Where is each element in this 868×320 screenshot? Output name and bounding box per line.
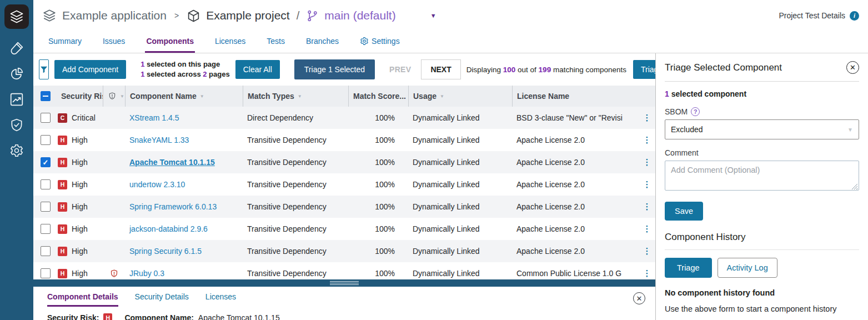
kebab-menu-icon[interactable]: ⋮ [639,113,655,123]
clear-all-button[interactable]: Clear All [235,60,280,79]
components-toolbar: Add Component 1 selected on this page 1 … [33,53,655,86]
severity-badge: H [58,224,67,234]
project-tab-bar: Summary Issues Components Licenses Tests… [33,31,868,53]
branch-dropdown-caret-icon[interactable]: ▼ [430,12,436,19]
add-component-button[interactable]: Add Component [54,60,126,79]
tab-components[interactable]: Components [145,31,195,53]
tab-branches[interactable]: Branches [305,31,340,53]
column-security-risk[interactable]: Security Risk [57,86,103,107]
app-logo[interactable] [4,4,29,29]
column-component-name[interactable]: Component Name▼ [125,86,243,107]
breadcrumb-project[interactable]: Example project [187,9,290,23]
table-row[interactable]: HHigh SnakeYAML 1.33 Transitive Dependen… [33,129,655,151]
tab-issues[interactable]: Issues [102,31,126,53]
usage: Dynamically Linked [408,269,512,278]
line-chart-icon[interactable] [9,92,24,107]
table-row[interactable]: HHigh Spring Security 6.1.5 Transitive D… [33,240,655,262]
git-branch-icon [306,9,319,22]
component-link[interactable]: SnakeYAML 1.33 [129,136,189,144]
sbom-selected-value: Excluded [671,125,703,134]
severity-badge: H [58,180,67,189]
component-link[interactable]: Spring Security 6.1.5 [129,247,202,256]
filter-button[interactable] [39,59,49,79]
row-checkbox[interactable] [41,135,51,145]
help-icon[interactable]: ? [691,107,700,116]
component-link[interactable]: jackson-databind 2.9.6 [129,224,208,233]
row-checkbox[interactable] [41,268,51,278]
table-row[interactable]: CCritical XStream 1.4.5 Direct Dependenc… [33,107,655,129]
triage-panel-title: Triage Selected Component [665,62,782,73]
table-row[interactable]: HHigh Spring Framework 6.0.13 Transitive… [33,196,655,218]
column-license-name[interactable]: License Name [512,86,639,107]
table-header: Security Risk ▼ Component Name▼ Match Ty… [33,86,655,107]
triage-selected-button[interactable]: Triage 1 Selected [294,59,375,79]
kebab-menu-icon[interactable]: ⋮ [639,135,655,145]
component-link[interactable]: JRuby 0.3 [129,269,164,278]
prev-page-button[interactable]: PREV [389,65,411,74]
table-row[interactable]: HHigh jackson-databind 2.9.6 Transitive … [33,218,655,240]
close-icon[interactable]: ✕ [846,61,859,74]
tab-licenses[interactable]: Licenses [214,31,247,53]
row-checkbox[interactable] [41,202,51,212]
shield-check-icon[interactable] [9,118,24,132]
panel-splitter[interactable] [33,279,655,287]
info-icon[interactable]: i [850,11,859,21]
triage-button[interactable]: Triage [665,258,712,278]
tab-summary[interactable]: Summary [47,31,83,53]
usage: Dynamically Linked [408,158,512,167]
tab-settings[interactable]: Settings [359,31,401,53]
license: Apache License 2.0 [512,247,639,256]
activity-log-button[interactable]: Activity Log [718,258,777,278]
sbom-label: SBOM [665,107,688,116]
match-type: Transitive Dependency [243,180,348,189]
match-score: 100% [348,113,408,122]
component-link[interactable]: undertow 2.3.10 [129,180,185,189]
test-tube-icon[interactable] [9,41,24,56]
usage: Dynamically Linked [408,180,512,189]
row-checkbox[interactable] [41,246,51,256]
divider [665,81,859,82]
save-button[interactable]: Save [665,202,703,221]
column-vulnerability[interactable]: ▼ [103,86,125,107]
vulnerability-shield-icon [109,269,119,278]
kebab-menu-icon[interactable]: ⋮ [639,157,655,167]
close-icon[interactable]: ✕ [633,292,645,304]
caret-down-icon: ▼ [200,94,204,99]
breadcrumb-application[interactable]: Example application [42,8,167,23]
tab-security-details[interactable]: Security Details [135,292,189,307]
row-checkbox[interactable] [41,224,51,234]
usage: Dynamically Linked [408,247,512,256]
kebab-menu-icon[interactable]: ⋮ [639,246,655,256]
component-link[interactable]: XStream 1.4.5 [129,113,179,122]
drag-handle-icon[interactable] [330,281,359,285]
pie-chart-icon[interactable] [9,67,24,81]
kebab-menu-icon[interactable]: ⋮ [639,202,655,212]
next-page-button[interactable]: NEXT [421,59,460,79]
kebab-menu-icon[interactable]: ⋮ [639,179,655,189]
row-checkbox[interactable] [41,179,51,189]
column-match-types[interactable]: Match Types▼ [243,86,348,107]
kebab-menu-icon[interactable]: ⋮ [639,268,655,278]
application-name: Example application [62,9,167,22]
table-row[interactable]: HHigh JRuby 0.3 Transitive Dependency 10… [33,262,655,279]
tab-detail-licenses[interactable]: Licenses [205,292,236,307]
tab-tests[interactable]: Tests [265,31,286,53]
table-row-selected[interactable]: ✓ HHigh Apache Tomcat 10.1.15 Transitive… [33,151,655,173]
branch-selector[interactable]: main (default) [306,9,395,22]
gear-icon[interactable] [9,143,24,158]
project-name: Example project [206,9,290,22]
tab-component-details[interactable]: Component Details [47,292,118,307]
severity-badge: C [58,113,67,123]
comment-textarea[interactable] [665,161,859,191]
kebab-menu-icon[interactable]: ⋮ [639,224,655,234]
sbom-select[interactable]: Excluded ▼ [665,119,859,139]
row-checkbox-checked[interactable]: ✓ [41,157,51,167]
component-link[interactable]: Apache Tomcat 10.1.15 [129,158,215,167]
column-match-score[interactable]: Match Score... [348,86,408,107]
match-type: Transitive Dependency [243,247,348,256]
component-link[interactable]: Spring Framework 6.0.13 [129,202,217,211]
select-all-checkbox[interactable] [41,91,51,101]
column-usage[interactable]: Usage▼ [408,86,512,107]
table-row[interactable]: HHigh undertow 2.3.10 Transitive Depende… [33,173,655,196]
row-checkbox[interactable] [41,113,51,123]
